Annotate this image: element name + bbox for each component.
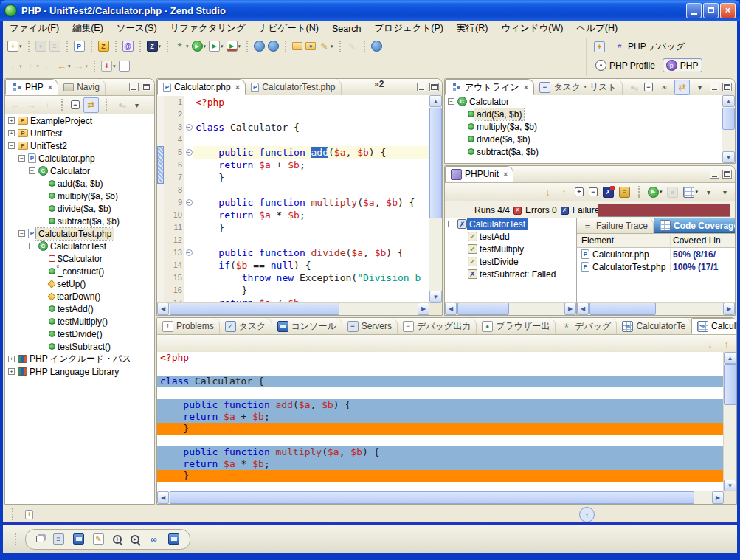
coverage-source-viewer[interactable]: <?phpclass Calculator { public function …	[157, 352, 724, 491]
run-button[interactable]: ▾	[190, 39, 208, 53]
perspective-php-profile[interactable]: PHP Profile	[592, 59, 658, 72]
fold-collapse-icon[interactable]: −	[186, 199, 193, 206]
minimize-window-button[interactable]	[686, 3, 702, 18]
drag-handle[interactable]	[15, 533, 16, 545]
tree-item-testdivide[interactable]: testDivide	[445, 255, 576, 268]
console-shortcut-button[interactable]	[167, 532, 181, 546]
scroll-up-button[interactable]: ▲	[429, 95, 442, 107]
tree-item-php-language-library[interactable]: +PHP Language Library	[5, 365, 154, 378]
tab-failure-trace[interactable]: Failure Trace	[577, 218, 654, 233]
restore-windows-shortcut-button[interactable]	[35, 534, 46, 544]
link-with-editor-button[interactable]	[83, 97, 99, 113]
tree-item-calculatortest[interactable]: −CalculatorTest	[445, 218, 576, 230]
back-button[interactable]	[8, 98, 22, 112]
forward-button[interactable]: ▾	[72, 59, 90, 73]
dropdown-arrow-icon[interactable]: ▾	[660, 189, 663, 195]
save-button[interactable]	[34, 39, 48, 53]
scroll-down-button[interactable]: ▼	[722, 151, 735, 163]
format-button[interactable]	[345, 39, 359, 53]
menu-r[interactable]: 実行(R)	[450, 21, 494, 36]
close-tab-icon[interactable]: ×	[503, 170, 508, 179]
dropdown-arrow-icon[interactable]: ▾	[37, 63, 40, 69]
scrollbar-thumb[interactable]	[589, 303, 656, 315]
tab-item-5[interactable]: ブラウザー出	[477, 318, 556, 334]
menu-h[interactable]: ヘルプ(H)	[570, 21, 624, 36]
expander-expanded[interactable]: −	[18, 230, 25, 237]
tree-item-add-a-b[interactable]: add($a, $b)	[445, 108, 722, 120]
editor-line-9[interactable]: 9− public function multiply($a, $b) {	[157, 196, 429, 209]
scroll-lock-button[interactable]	[618, 185, 632, 199]
zoom-mode-shortcut-button[interactable]	[129, 533, 141, 545]
scroll-right-button[interactable]: ▶	[418, 303, 429, 315]
outline-scrollbar[interactable]: ▲ ▼	[722, 95, 735, 163]
open-folder-button[interactable]	[291, 41, 304, 52]
breakpoint-types-button[interactable]: ▾	[100, 59, 117, 73]
editor-body[interactable]: 1<?php23−class Calculator {45− public fu…	[157, 95, 442, 315]
editor-line-8[interactable]: 8	[157, 184, 429, 196]
fast-view-button[interactable]	[24, 508, 35, 521]
tree-item-testmultiply[interactable]: testMultiply()	[5, 315, 154, 328]
stop-button[interactable]	[665, 185, 680, 199]
coverage-vertical-scrollbar[interactable]: ▲ ▼	[723, 352, 736, 491]
menu-e[interactable]: 編集(E)	[66, 21, 110, 36]
zend-tool-button[interactable]: ▾	[145, 39, 163, 53]
close-tab-icon[interactable]: ×	[48, 83, 52, 91]
expander-expanded[interactable]: −	[8, 142, 15, 149]
tree-item-testsubtract[interactable]: testSubtract()	[5, 340, 154, 353]
new-zend-item-button[interactable]	[97, 39, 111, 53]
expander-expanded[interactable]: −	[29, 243, 35, 249]
tree-item-testdivide[interactable]: testDivide()	[5, 328, 154, 340]
dropdown-arrow-icon[interactable]: ▾	[19, 44, 22, 49]
perspective-php[interactable]: PHP	[663, 58, 702, 72]
scroll-left-button[interactable]: ◀	[445, 303, 457, 315]
coverage-row-calculator-php[interactable]: Calculator.php50% (8/16/	[577, 248, 735, 260]
code-review-shortcut-button[interactable]	[147, 532, 161, 546]
tree-item-calculator-php[interactable]: −Calculator.php	[5, 152, 154, 165]
tab-code-coverage[interactable]: Code Coverage	[654, 218, 736, 233]
editor-line-5[interactable]: 5− public function add($a, $b) {	[157, 146, 429, 159]
expander-expanded[interactable]: −	[448, 221, 454, 227]
scroll-right-button[interactable]: ▶	[564, 303, 576, 315]
scrollbar-thumb[interactable]	[170, 491, 694, 504]
debug-button[interactable]: ▾	[173, 39, 190, 53]
new-wizard-button[interactable]: ▾	[6, 39, 24, 53]
report-button[interactable]: ▾	[682, 185, 699, 199]
scroll-right-button[interactable]: ▶	[723, 303, 735, 315]
tree-item-calculatortest[interactable]: −CalculatorTest	[5, 240, 154, 252]
scroll-left-button[interactable]: ◀	[577, 303, 589, 315]
collapse-all-button[interactable]	[69, 99, 81, 111]
open-php-element-button[interactable]	[121, 39, 135, 53]
drag-handle[interactable]	[12, 508, 13, 520]
editor-line-3[interactable]: 3−class Calculator {	[157, 121, 429, 134]
dropdown-arrow-icon[interactable]: ▾	[19, 63, 22, 69]
editor-line-7[interactable]: 7 }	[157, 171, 429, 184]
tab-problems[interactable]: Problems	[157, 318, 220, 334]
tree-item-calculator[interactable]: $Calculator	[5, 252, 154, 265]
view-menu-button[interactable]	[718, 185, 732, 199]
editor-line-2[interactable]: 2	[157, 108, 429, 121]
scroll-down-button[interactable]: ▼	[429, 291, 442, 303]
editor-line-4[interactable]: 4	[157, 134, 429, 146]
tree-item-testadd[interactable]: testAdd()	[5, 303, 154, 315]
scrapbook-shortcut-button[interactable]	[91, 532, 106, 546]
menu-p[interactable]: プロジェクト(P)	[368, 21, 450, 36]
expander-collapsed[interactable]: +	[8, 356, 15, 362]
tree-item-exampleproject[interactable]: +ExampleProject	[5, 114, 154, 127]
scroll-left-button[interactable]: ◀	[157, 303, 169, 315]
close-tab-icon[interactable]: ×	[524, 83, 528, 91]
editor-vertical-scrollbar[interactable]: ▲ ▼	[429, 95, 442, 303]
view-menu-button[interactable]	[693, 80, 707, 94]
tab-phpunit[interactable]: PHPUnit×	[445, 166, 513, 182]
external-tools-button[interactable]: ▾	[225, 39, 243, 53]
open-perspective-button[interactable]	[592, 40, 606, 54]
previous-annotation-button[interactable]: ▾	[24, 59, 41, 73]
minimize-view-button[interactable]	[417, 83, 426, 91]
close-window-button[interactable]: ×	[720, 3, 736, 18]
coverage-horizontal-scrollbar[interactable]: ◀ ▶	[157, 491, 724, 504]
editor-line-14[interactable]: 14 if($b == null) {	[157, 259, 429, 272]
editor-horizontal-scrollbar[interactable]: ◀ ▶	[157, 302, 429, 315]
maximize-view-button[interactable]	[429, 83, 439, 91]
coverage-row-calculatortest-php[interactable]: CalculatorTest.php100% (17/1	[577, 260, 735, 273]
fold-collapse-icon[interactable]: −	[186, 124, 193, 131]
expander-collapsed[interactable]: +	[8, 368, 15, 375]
